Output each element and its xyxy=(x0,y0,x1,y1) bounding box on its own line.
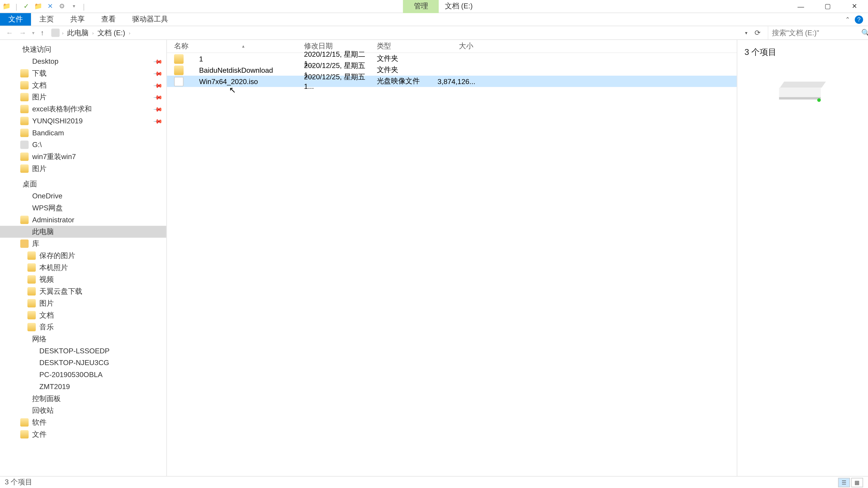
tree-item[interactable]: 网络 xyxy=(0,333,166,345)
tree-item[interactable]: 文档📌 xyxy=(0,79,166,91)
tree-item[interactable]: 文档 xyxy=(0,309,166,321)
back-button[interactable]: ← xyxy=(5,29,14,37)
tree-label: 文档 xyxy=(39,310,54,320)
ribbon-tab-share[interactable]: 共享 xyxy=(62,13,93,26)
file-row[interactable]: Win7x64_2020.iso2020/12/25, 星期五 1...光盘映像… xyxy=(167,76,737,87)
maximize-button[interactable]: ▢ xyxy=(814,0,841,12)
pc-icon xyxy=(27,383,36,391)
folder-icon xyxy=(27,311,36,320)
tree-item[interactable]: OneDrive xyxy=(0,190,166,202)
col-size[interactable]: 大小 xyxy=(438,41,473,51)
view-details-button[interactable]: ☰ xyxy=(838,478,850,487)
tree-label: DESKTOP-NJEU3CG xyxy=(39,359,109,367)
col-type[interactable]: 类型 xyxy=(377,41,438,51)
tree-label: 图片 xyxy=(32,164,46,174)
ribbon-tab-file[interactable]: 文件 xyxy=(0,13,31,26)
ribbon-tab-drivetools[interactable]: 驱动器工具 xyxy=(124,13,176,26)
close-icon[interactable]: ✕ xyxy=(46,2,54,10)
tree-item[interactable]: 回收站 xyxy=(0,404,166,417)
file-row[interactable]: BaiduNetdiskDownload2020/12/25, 星期五 1...… xyxy=(167,64,737,76)
tree-item[interactable]: YUNQISHI2019📌 xyxy=(0,115,166,127)
tree-item[interactable]: DESKTOP-NJEU3CG xyxy=(0,357,166,369)
desktop-icon xyxy=(11,180,19,188)
tree-item[interactable]: 软件 xyxy=(0,416,166,428)
tree-item[interactable]: WPS网盘 xyxy=(0,202,166,214)
tree-item[interactable]: DESKTOP-LSSOEDP xyxy=(0,345,166,357)
tree-item[interactable]: Desktop📌 xyxy=(0,55,166,67)
address-dropdown-icon[interactable]: ▾ xyxy=(745,30,747,35)
cloud-icon xyxy=(20,192,29,200)
check-icon[interactable]: ✓ xyxy=(22,2,31,10)
tree-item[interactable]: 音乐 xyxy=(0,321,166,333)
tree-label: 回收站 xyxy=(32,405,54,416)
titlebar: 📁 | ✓ 📁 ✕ ⚙ ▾ | 管理 文档 (E:) — ▢ ✕ xyxy=(0,0,868,13)
ribbon-tab-home[interactable]: 主页 xyxy=(31,13,62,26)
tree-item[interactable]: 文件 xyxy=(0,428,166,440)
tree-item[interactable]: 天翼云盘下载 xyxy=(0,285,166,297)
status-bar: 3 个项目 ☰ ▦ xyxy=(0,476,868,488)
tree-item[interactable]: 下载📌 xyxy=(0,67,166,79)
help-icon[interactable]: ? xyxy=(855,15,863,24)
column-headers: 名称▴ 修改日期 类型 大小 xyxy=(167,40,737,53)
refresh-button[interactable]: ⟳ xyxy=(751,29,764,37)
tree-item[interactable]: 快速访问 xyxy=(0,43,166,56)
tree-label: 网络 xyxy=(32,334,46,344)
file-size: 3,874,126... xyxy=(438,77,473,86)
chevron-icon[interactable]: › xyxy=(92,30,94,35)
folder-icon xyxy=(27,252,36,260)
breadcrumb[interactable]: › 此电脑 › 文档 (E:) › xyxy=(49,28,741,38)
search-input[interactable] xyxy=(772,29,862,37)
explorer-window: 📁 | ✓ 📁 ✕ ⚙ ▾ | 管理 文档 (E:) — ▢ ✕ 文件 主页 共… xyxy=(0,0,868,488)
tree-item[interactable]: 库 xyxy=(0,238,166,250)
view-icons-button[interactable]: ▦ xyxy=(851,478,863,487)
tree-item[interactable]: win7重装win7 xyxy=(0,151,166,163)
tree-item[interactable]: PC-20190530OBLA xyxy=(0,369,166,381)
ribbon-tab-view[interactable]: 查看 xyxy=(93,13,124,26)
up-button[interactable]: ↑ xyxy=(39,29,45,37)
tree-item[interactable]: 视频 xyxy=(0,273,166,285)
tree-label: 库 xyxy=(32,238,39,249)
nav-tree[interactable]: 快速访问Desktop📌下载📌文档📌图片📌excel表格制作求和📌YUNQISH… xyxy=(0,40,167,476)
tree-label: 保存的图片 xyxy=(39,251,75,261)
gear-icon[interactable]: ⚙ xyxy=(58,2,66,10)
tree-item[interactable]: 桌面 xyxy=(0,178,166,190)
tree-item[interactable]: 图片📌 xyxy=(0,91,166,103)
tree-item[interactable]: 此电脑 xyxy=(0,226,166,238)
tree-item[interactable]: 图片 xyxy=(0,163,166,175)
tree-item[interactable]: 本机照片 xyxy=(0,262,166,273)
tree-item[interactable]: Administrator xyxy=(0,214,166,226)
folder-icon xyxy=(20,81,29,90)
tree-item[interactable]: Bandicam xyxy=(0,127,166,139)
recent-dropdown[interactable]: ▾ xyxy=(31,30,36,35)
file-type: 光盘映像文件 xyxy=(377,76,438,87)
tree-item[interactable]: G:\ xyxy=(0,139,166,151)
pin-icon: 📌 xyxy=(153,57,163,66)
tree-item[interactable]: ZMT2019 xyxy=(0,381,166,393)
crumb-current[interactable]: 文档 (E:) xyxy=(96,28,126,38)
tree-item[interactable]: 控制面板 xyxy=(0,393,166,404)
folder-icon xyxy=(20,418,29,427)
tree-item[interactable]: excel表格制作求和📌 xyxy=(0,103,166,115)
tree-label: 快速访问 xyxy=(23,44,51,55)
file-name: Win7x64_2020.iso xyxy=(199,77,258,86)
tree-label: 控制面板 xyxy=(32,394,61,404)
chevron-icon[interactable]: › xyxy=(129,30,130,35)
minimize-button[interactable]: — xyxy=(787,0,814,12)
crumb-thispc[interactable]: 此电脑 xyxy=(66,28,90,38)
tree-item[interactable]: 图片 xyxy=(0,297,166,309)
close-button[interactable]: ✕ xyxy=(841,0,868,12)
context-tab-manage[interactable]: 管理 xyxy=(403,0,439,13)
file-row[interactable]: 12020/12/15, 星期二 1...文件夹 xyxy=(167,53,737,64)
tree-label: 此电脑 xyxy=(32,227,54,237)
tree-item[interactable]: 保存的图片 xyxy=(0,250,166,262)
search-icon[interactable]: 🔍 xyxy=(861,29,868,37)
col-name[interactable]: 名称▴ xyxy=(174,41,304,51)
tree-label: 本机照片 xyxy=(39,263,68,273)
chevron-icon[interactable]: › xyxy=(62,30,64,35)
dropdown-icon[interactable]: ▾ xyxy=(70,2,78,10)
tree-label: excel表格制作求和 xyxy=(32,104,92,114)
forward-button[interactable]: → xyxy=(18,29,27,37)
search-box[interactable]: 🔍 xyxy=(768,26,863,39)
tree-label: 文档 xyxy=(32,80,46,90)
ribbon-expand-icon[interactable]: ⌃ xyxy=(845,16,850,23)
